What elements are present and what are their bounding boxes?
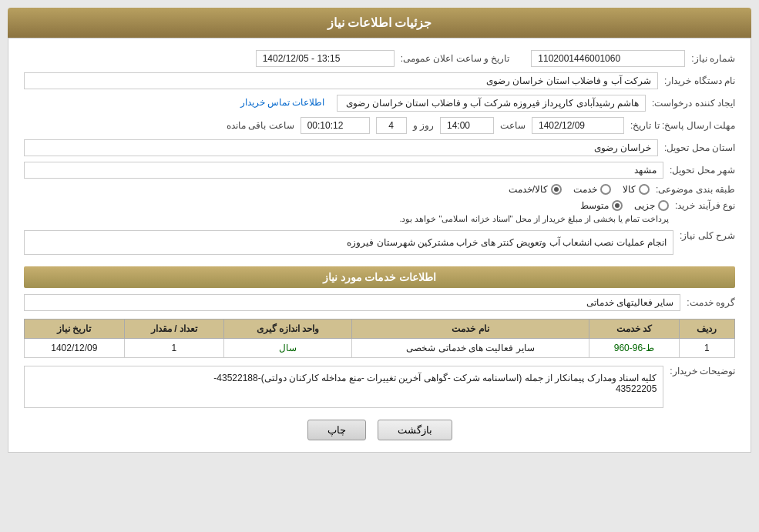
radio-dot-کالا [639, 184, 650, 195]
cell-واحد: سال [224, 339, 352, 358]
تاریخ-ساعت-label: تاریخ و ساعت اعلان عمومی: [401, 53, 510, 64]
استان-label: استان محل تحویل: [664, 142, 735, 153]
شماره-نیاز-label: شماره نیاز: [691, 53, 735, 64]
radio-کالا-خدمت[interactable]: کالا/خدمت [509, 184, 562, 195]
تماس-خریدار-link[interactable]: اطلاعات تماس خریدار [24, 95, 331, 112]
مهلت-مانده-value: 00:10:12 [301, 117, 370, 134]
توضیحات-label: توضیحات خریدار: [670, 366, 735, 376]
شرح-label: شرح کلی نیاز: [680, 230, 735, 241]
radio-کالا[interactable]: کالا [623, 184, 650, 195]
button-row: بازگشت چاپ [24, 420, 735, 440]
تاریخ-ساعت-value: 1402/12/05 - 13:15 [256, 50, 395, 67]
طبقه-بندی-label: طبقه بندی موضوعی: [656, 184, 735, 195]
مهلت-مانده-label: ساعت باقی مانده [227, 120, 294, 131]
cell-کد-خدمت: ط-96-960 [589, 339, 680, 358]
radio-متوسط[interactable]: متوسط [580, 200, 623, 211]
شرح-value: انجام عملیات نصب انشعاب آب وتعویض کنتر ه… [24, 230, 673, 255]
گروه-خدمت-label: گروه خدمت: [687, 297, 735, 308]
radio-خدمت[interactable]: خدمت [573, 184, 611, 195]
استان-value: خراسان رضوی [24, 139, 658, 156]
radio-dot-خدمت [600, 184, 611, 195]
ایجاد-کننده-label: ایجاد کننده درخواست: [652, 98, 735, 109]
services-table-section: ردیف کد خدمت نام خدمت واحد اندازه گیری ت… [24, 319, 735, 358]
مهلت-تاریخ-value: 1402/12/09 [532, 117, 624, 134]
print-button[interactable]: چاپ [307, 420, 366, 440]
شهر-value: مشهد [24, 162, 663, 179]
col-تاریخ: تاریخ نیاز [25, 320, 125, 339]
cell-تعداد: 1 [124, 339, 223, 358]
مهلت-روز-label: روز و [413, 120, 434, 131]
radio-جزیی[interactable]: جزیی [634, 200, 669, 211]
مهلت-ارسال-label: مهلت ارسال پاسخ: تا تاریخ: [630, 120, 735, 131]
مهلت-روز-value: 4 [376, 117, 407, 134]
نوع-فرآیند-note: پرداخت تمام یا بخشی از مبلغ خریدار از مح… [24, 214, 669, 224]
radio-label-خدمت: خدمت [573, 184, 597, 195]
توضیحات-value: کلیه اسناد ومدارک پیمانکار از جمله (اساس… [24, 366, 663, 408]
col-ردیف: ردیف [679, 320, 734, 339]
col-تعداد: تعداد / مقدار [124, 320, 223, 339]
radio-dot-کالا-خدمت [551, 184, 562, 195]
cell-ردیف: 1 [679, 339, 734, 358]
نوع-فرآیند-label: نوع فرآیند خرید: [675, 200, 735, 211]
col-نام-خدمت: نام خدمت [351, 320, 589, 339]
radio-dot-جزیی [658, 200, 669, 211]
services-table: ردیف کد خدمت نام خدمت واحد اندازه گیری ت… [24, 319, 735, 358]
ایجاد-کننده-value: هاشم رشیدآبادی کارپرداز فیروزه شرکت آب و… [337, 95, 646, 112]
خدمات-section-header: اطلاعات خدمات مورد نیاز [24, 266, 735, 288]
شهر-label: شهر محل تحویل: [670, 165, 735, 176]
page-title: جزئیات اطلاعات نیاز [327, 16, 432, 29]
نام-دستگاه-value: شرکت آب و فاضلاب استان خراسان رضوی [24, 72, 658, 89]
radio-label-کالا-خدمت: کالا/خدمت [509, 184, 548, 195]
شماره-نیاز-value: 1102001446001060 [531, 50, 685, 67]
col-کد-خدمت: کد خدمت [589, 320, 680, 339]
radio-label-کالا: کالا [623, 184, 636, 195]
مهلت-ساعت-label: ساعت [500, 120, 526, 131]
radio-label-متوسط: متوسط [580, 200, 609, 211]
cell-تاریخ: 1402/12/09 [25, 339, 125, 358]
page-header: جزئیات اطلاعات نیاز [8, 8, 751, 38]
مهلت-ساعت-value: 14:00 [440, 117, 494, 134]
نام-دستگاه-label: نام دستگاه خریدار: [664, 75, 735, 86]
گروه-خدمت-value: سایر فعالیتهای خدماتی [24, 294, 680, 311]
طبقه-بندی-group: کالا خدمت کالا/خدمت [509, 184, 650, 195]
back-button[interactable]: بازگشت [378, 420, 452, 440]
col-واحد: واحد اندازه گیری [224, 320, 352, 339]
table-row: 1 ط-96-960 سایر فعالیت های خدماتی شخصی س… [25, 339, 735, 358]
نوع-فرآیند-group: جزیی متوسط [24, 200, 669, 211]
radio-label-جزیی: جزیی [634, 200, 655, 211]
radio-dot-متوسط [612, 200, 623, 211]
cell-نام-خدمت: سایر فعالیت های خدماتی شخصی [351, 339, 589, 358]
